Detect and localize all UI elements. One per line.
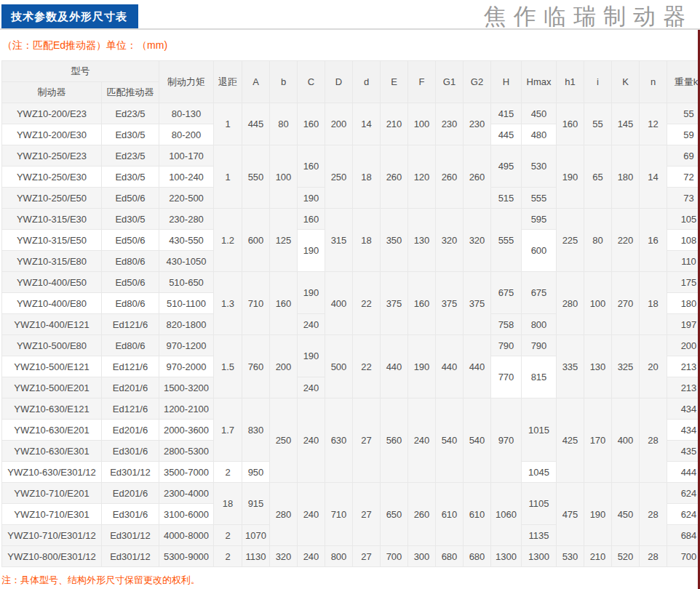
- table-cell: 675: [522, 272, 557, 314]
- table-cell: 28: [640, 398, 667, 483]
- table-cell: 475: [557, 483, 584, 546]
- table-cell: 680: [464, 546, 491, 567]
- header-cell: K: [612, 61, 640, 103]
- table-cell: YWZ10-710/E301/12: [2, 525, 102, 546]
- header-cell: 型号: [2, 61, 159, 82]
- table-cell: 320: [270, 546, 298, 567]
- table-cell: 540: [436, 398, 464, 483]
- table-cell: 450: [522, 103, 557, 124]
- table-cell: 100: [584, 272, 612, 335]
- table-cell: YWZ10-500/E80: [2, 335, 102, 356]
- header-cell: D: [325, 61, 353, 103]
- table-cell: YWZ10-400/E50: [2, 272, 102, 293]
- table-cell: Ed121/6: [102, 314, 159, 335]
- table-cell: 190: [408, 335, 436, 398]
- table-cell: 790: [491, 335, 522, 356]
- table-cell: 1070: [242, 525, 270, 546]
- header-cell: C: [298, 61, 325, 103]
- table-cell: Ed50/6: [102, 272, 159, 293]
- table-cell: 510-1100: [159, 293, 214, 314]
- table-cell: 130: [584, 335, 612, 398]
- table-cell: 160: [298, 145, 325, 188]
- table-cell: 610: [436, 483, 464, 546]
- table-cell: 445: [491, 124, 522, 145]
- table-cell: 700: [381, 546, 408, 567]
- table-cell: 2: [214, 546, 242, 567]
- table-cell: Ed201/6: [102, 420, 159, 441]
- table-cell: YWZ10-630/E121: [2, 398, 102, 420]
- table-cell: 600: [522, 230, 557, 272]
- unit-note: （注：匹配Ed推动器）单位：（mm): [2, 39, 700, 52]
- table-cell: 440: [381, 335, 408, 398]
- table-cell: 550: [242, 145, 270, 209]
- table-cell: YWZ10-630/E201: [2, 420, 102, 441]
- table-cell: YWZ10-500/E121: [2, 356, 102, 377]
- section-header: 技术参数及外形尺寸表 焦作临瑞制动器: [0, 0, 700, 30]
- header-cell: 重量kg: [667, 61, 700, 103]
- table-cell: 80-200: [159, 124, 214, 145]
- table-cell: YWZ10-400/E80: [2, 293, 102, 314]
- table-cell: 430-550: [159, 230, 214, 251]
- table-cell: 800: [522, 314, 557, 335]
- table-cell: 500: [325, 335, 353, 398]
- table-cell: 108: [667, 230, 700, 251]
- table-cell: 160: [557, 103, 584, 145]
- table-cell: 230-280: [159, 209, 214, 230]
- header-cell: H: [491, 61, 522, 103]
- table-cell: 680: [436, 546, 464, 567]
- table-cell: 675: [491, 272, 522, 314]
- table-cell: 600: [242, 209, 270, 272]
- table-cell: 440: [436, 335, 464, 398]
- table-cell: 450: [612, 483, 640, 546]
- table-cell: 1500-3200: [159, 377, 214, 398]
- table-cell: 1.3: [214, 272, 242, 335]
- table-cell: 520: [612, 546, 640, 567]
- table-cell: 200: [270, 335, 298, 398]
- table-cell: 434: [667, 420, 700, 441]
- table-cell: 820-1800: [159, 314, 214, 335]
- table-cell: Ed23/5: [102, 103, 159, 124]
- table-cell: 758: [491, 314, 522, 335]
- table-cell: 210: [584, 546, 612, 567]
- table-row: YWZ10-400/E50Ed50/6510-6501.371016019040…: [2, 272, 700, 293]
- table-cell: Ed201/6: [102, 483, 159, 504]
- table-cell: 830: [242, 398, 270, 462]
- table-cell: 595: [522, 209, 557, 230]
- table-cell: 650: [381, 483, 408, 546]
- header-cell: F: [408, 61, 436, 103]
- table-cell: 190: [557, 145, 584, 209]
- table-cell: 18: [214, 483, 242, 525]
- table-cell: 430-1050: [159, 251, 214, 272]
- table-cell: 28: [640, 483, 667, 546]
- table-cell: 210: [381, 103, 408, 145]
- table-cell: YWZ10-710/E201: [2, 483, 102, 504]
- table-cell: Ed50/6: [102, 188, 159, 209]
- table-cell: 415: [491, 103, 522, 124]
- header-cell: h1: [557, 61, 584, 103]
- table-cell: 1015: [522, 398, 557, 462]
- table-cell: 55: [667, 103, 700, 124]
- header-cell: 制动器: [2, 82, 102, 103]
- table-cell: 240: [408, 398, 436, 483]
- header-cell: Hmax: [522, 61, 557, 103]
- table-cell: YWZ10-800/E301/12: [2, 546, 102, 567]
- table-cell: 950: [242, 462, 270, 483]
- table-cell: 1: [214, 103, 242, 145]
- table-cell: 260: [464, 145, 491, 209]
- table-cell: 190: [298, 272, 325, 314]
- table-cell: 350: [381, 209, 408, 272]
- table-cell: YWZ10-315/E50: [2, 230, 102, 251]
- table-cell: 530: [557, 546, 584, 567]
- table-cell: 375: [464, 272, 491, 335]
- table-cell: 200: [667, 335, 700, 356]
- table-cell: Ed80/6: [102, 293, 159, 314]
- table-cell: 1130: [242, 546, 270, 567]
- table-cell: 250: [325, 145, 353, 209]
- table-cell: 14: [640, 145, 667, 209]
- table-cell: 213: [667, 377, 700, 398]
- table-cell: 80: [584, 209, 612, 272]
- table-cell: 18: [353, 209, 381, 272]
- table-cell: 190: [584, 483, 612, 546]
- table-cell: 213: [667, 356, 700, 377]
- table-cell: 815: [522, 356, 557, 398]
